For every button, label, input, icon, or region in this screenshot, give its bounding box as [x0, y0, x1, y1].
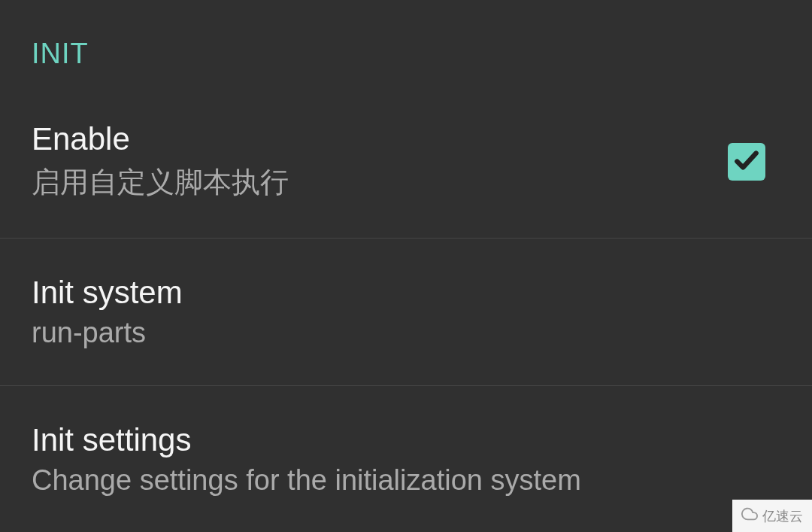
- watermark: 亿速云: [732, 500, 812, 532]
- checkmark-icon: [732, 146, 761, 178]
- setting-init-system-subtitle: run-parts: [32, 317, 183, 349]
- setting-init-system-text: Init system run-parts: [32, 275, 183, 349]
- setting-init-system-title: Init system: [32, 275, 183, 311]
- watermark-text: 亿速云: [762, 507, 803, 525]
- setting-enable-subtitle: 启用自定义脚本执行: [32, 163, 289, 202]
- enable-checkbox[interactable]: [728, 143, 765, 181]
- setting-init-settings-text: Init settings Change settings for the in…: [32, 422, 581, 497]
- setting-enable[interactable]: Enable 启用自定义脚本执行: [0, 85, 812, 239]
- settings-list: Enable 启用自定义脚本执行 Init system run-parts I…: [0, 85, 812, 532]
- setting-init-settings-title: Init settings: [32, 422, 581, 458]
- section-header: INIT: [0, 0, 812, 85]
- setting-enable-text: Enable 启用自定义脚本执行: [32, 121, 289, 202]
- setting-init-system[interactable]: Init system run-parts: [0, 239, 812, 386]
- setting-init-settings[interactable]: Init settings Change settings for the in…: [0, 386, 812, 532]
- setting-init-settings-subtitle: Change settings for the initialization s…: [32, 464, 581, 497]
- setting-enable-title: Enable: [32, 121, 289, 157]
- cloud-icon: [741, 506, 758, 526]
